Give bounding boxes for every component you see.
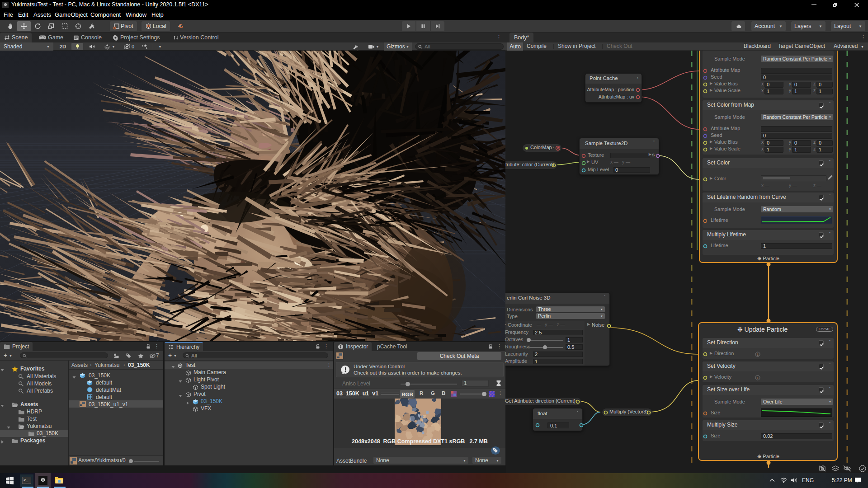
svg-text:L: L — [757, 353, 759, 356]
svg-text:L: L — [757, 376, 759, 380]
